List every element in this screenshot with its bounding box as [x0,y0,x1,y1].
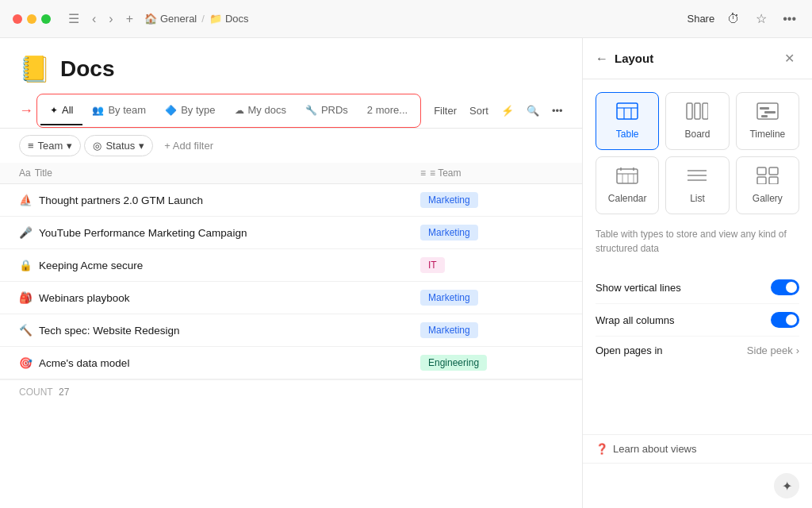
panel-settings: Show vertical lines Wrap all columns Ope… [583,265,812,434]
add-page-btn[interactable]: + [121,9,138,29]
count-value: 27 [59,387,69,398]
vertical-lines-label: Show vertical lines [596,282,681,294]
status-filter-label: Status [105,140,135,152]
table-row[interactable]: 🔨 Tech spec: Website Redesign Marketing [0,314,582,347]
filter-group: ≡ Team ▾ ◎ Status ▾ + Add filter [19,135,563,156]
table-row[interactable]: 🎯 Acme's data model Engineering [0,347,582,379]
layout-panel: ← Layout ✕ Table [582,38,812,508]
row-title: 🎒 Webinars playbook [19,291,420,304]
tab-all[interactable]: ✦ All [40,96,82,125]
docs-folder-icon: 📁 [209,13,222,25]
row-title: ⛵ Thought partners 2.0 GTM Launch [19,194,420,206]
title-col-label: Title [35,167,52,179]
back-nav-btn[interactable]: ‹ [87,9,101,29]
layout-table-label: Table [616,129,639,140]
row-title: 🎯 Acme's data model [19,356,420,369]
layout-option-gallery[interactable]: Gallery [736,156,799,214]
layout-timeline-label: Timeline [749,129,785,140]
team-badge: Marketing [420,225,478,241]
breadcrumb: 🏠 General / 📁 Docs [144,13,687,25]
row-team: Marketing [420,290,563,306]
tab-by-type-label: By type [181,104,215,116]
team-col-label: ≡ Team [430,167,461,179]
more-toolbar-btn[interactable]: ••• [546,101,569,121]
row-team: Marketing [420,192,563,208]
share-button[interactable]: Share [687,13,714,25]
filter-btn[interactable]: Filter [427,101,463,121]
table-row[interactable]: ⛵ Thought partners 2.0 GTM Launch Market… [0,184,582,217]
status-icon: ◎ [93,140,102,152]
layout-option-list[interactable]: List [665,156,729,214]
hamburger-menu-btn[interactable]: ☰ [63,8,84,29]
team-col-icon: ≡ [420,167,426,179]
sort-btn[interactable]: Sort [463,101,495,121]
svg-rect-11 [617,169,638,183]
table-row[interactable]: 🎤 YouTube Performance Marketing Campaign… [0,217,582,249]
title-col-icon: Aa [19,167,31,179]
layout-option-calendar[interactable]: Calendar [596,156,659,214]
row-title-text: Acme's data model [39,357,129,369]
panel-close-btn[interactable]: ✕ [779,49,799,67]
layout-option-timeline[interactable]: Timeline [736,92,799,150]
star-icon-btn[interactable]: ☆ [753,8,770,29]
tab-prds[interactable]: 🔧 PRDs [296,96,358,125]
open-pages-val-text: Side peek [747,344,793,356]
close-traffic-light[interactable] [13,14,22,24]
by-type-icon: 🔷 [165,105,177,116]
gallery-layout-icon [756,167,779,188]
tab-more-label: 2 more... [367,104,408,116]
tab-my-docs[interactable]: ☁ My docs [225,96,296,125]
home-icon: 🏠 [144,13,157,25]
more-options-btn[interactable]: ••• [779,9,799,29]
bolt-btn[interactable]: ⚡ [495,101,520,121]
panel-header-left: ← Layout [596,52,653,66]
breadcrumb-general[interactable]: 🏠 General [144,13,197,25]
minimize-traffic-light[interactable] [27,14,36,24]
svg-rect-23 [757,177,766,184]
tab-by-type[interactable]: 🔷 By type [155,96,224,125]
row-team: Marketing [420,225,563,241]
fullscreen-traffic-light[interactable] [41,14,51,24]
table-row[interactable]: 🔒 Keeping Acme secure IT [0,249,582,282]
expand-btn[interactable]: ✦ [774,473,799,498]
chevron-right-icon: › [796,344,799,356]
search-btn[interactable]: 🔍 [520,101,546,121]
table-header: Aa Title ≡ ≡ Team [0,163,582,184]
my-docs-icon: ☁ [235,105,244,116]
panel-back-btn[interactable]: ← [596,52,608,66]
forward-nav-btn[interactable]: › [104,9,117,29]
add-filter-btn[interactable]: + Add filter [156,136,221,156]
row-icon: 🔨 [19,324,33,337]
th-team: ≡ ≡ Team [420,167,563,179]
row-team: IT [420,257,563,273]
row-title: 🎤 YouTube Performance Marketing Campaign [19,226,420,239]
layout-option-table[interactable]: Table [596,92,659,150]
row-icon: 🔒 [19,259,33,271]
svg-rect-4 [687,103,692,119]
count-bar: COUNT 27 [0,379,582,404]
vertical-lines-toggle[interactable] [771,279,799,295]
page-icon: 📒 [19,54,51,84]
layout-option-board[interactable]: Board [665,92,729,150]
breadcrumb-docs[interactable]: 📁 Docs [209,13,249,25]
status-filter-chip[interactable]: ◎ Status ▾ [84,135,153,156]
table-rows: ⛵ Thought partners 2.0 GTM Launch Market… [0,184,582,379]
team-badge: Marketing [420,192,478,208]
open-pages-value[interactable]: Side peek › [747,344,799,356]
team-filter-chip[interactable]: ≡ Team ▾ [19,135,81,156]
by-team-icon: 👥 [92,105,104,116]
wrap-columns-toggle[interactable] [771,312,799,328]
svg-rect-9 [764,111,776,114]
clock-icon-btn[interactable]: ⏱ [724,9,743,29]
table-container: Aa Title ≡ ≡ Team ⛵ Thought partners 2.0… [0,163,582,508]
traffic-lights [13,14,51,24]
svg-rect-24 [769,177,778,184]
tab-by-team[interactable]: 👥 By team [82,96,155,125]
row-team: Marketing [420,322,563,338]
team-filter-label: Team [38,140,63,152]
table-row[interactable]: 🎒 Webinars playbook Marketing [0,282,582,314]
learn-about-views-link[interactable]: ❓ Learn about views [583,434,812,463]
tab-more[interactable]: 2 more... [358,96,417,125]
tab-all-label: All [62,104,73,116]
wrap-columns-setting: Wrap all columns [596,304,799,337]
